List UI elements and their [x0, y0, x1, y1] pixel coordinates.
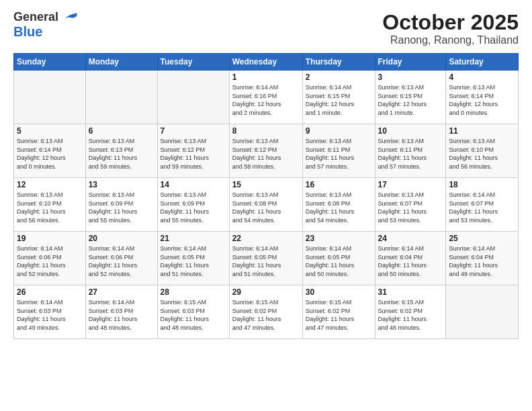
day-info: Sunrise: 6:13 AM Sunset: 6:12 PM Dayligh… [161, 137, 226, 171]
day-number: 23 [306, 234, 372, 243]
day-info: Sunrise: 6:13 AM Sunset: 6:13 PM Dayligh… [89, 137, 154, 171]
calendar-cell: 29Sunrise: 6:15 AM Sunset: 6:02 PM Dayli… [229, 285, 302, 339]
calendar-dow-friday: Friday [375, 54, 446, 71]
calendar-week-2: 5Sunrise: 6:13 AM Sunset: 6:14 PM Daylig… [14, 124, 519, 178]
calendar-cell: 1Sunrise: 6:14 AM Sunset: 6:16 PM Daylig… [229, 71, 302, 124]
calendar-cell: 9Sunrise: 6:13 AM Sunset: 6:11 PM Daylig… [302, 124, 375, 178]
logo-general: General [13, 11, 78, 24]
day-number: 25 [449, 234, 515, 243]
day-info: Sunrise: 6:14 AM Sunset: 6:06 PM Dayligh… [89, 244, 154, 278]
day-info: Sunrise: 6:14 AM Sunset: 6:15 PM Dayligh… [306, 83, 372, 117]
header: General Blue October 2025 Ranong, Ranong… [13, 11, 519, 46]
day-info: Sunrise: 6:15 AM Sunset: 6:02 PM Dayligh… [378, 298, 443, 332]
day-info: Sunrise: 6:15 AM Sunset: 6:02 PM Dayligh… [306, 298, 372, 332]
day-info: Sunrise: 6:14 AM Sunset: 6:07 PM Dayligh… [449, 191, 515, 224]
page: General Blue October 2025 Ranong, Ranong… [0, 0, 532, 411]
day-number: 7 [161, 126, 226, 136]
calendar-dow-monday: Monday [85, 54, 157, 71]
day-number: 10 [378, 126, 443, 136]
logo-bird-icon [63, 12, 78, 23]
day-number: 4 [449, 73, 515, 82]
calendar-week-4: 19Sunrise: 6:14 AM Sunset: 6:06 PM Dayli… [14, 232, 519, 285]
location: Ranong, Ranong, Thailand [382, 34, 519, 46]
month-title: October 2025 [382, 11, 519, 34]
day-info: Sunrise: 6:13 AM Sunset: 6:10 PM Dayligh… [17, 191, 83, 224]
day-number: 28 [161, 287, 226, 297]
calendar-cell: 27Sunrise: 6:14 AM Sunset: 6:03 PM Dayli… [85, 285, 157, 339]
calendar-dow-wednesday: Wednesday [229, 54, 302, 71]
calendar-cell: 25Sunrise: 6:14 AM Sunset: 6:04 PM Dayli… [446, 232, 519, 285]
calendar-cell: 11Sunrise: 6:13 AM Sunset: 6:10 PM Dayli… [446, 124, 519, 178]
calendar-cell: 8Sunrise: 6:13 AM Sunset: 6:12 PM Daylig… [229, 124, 302, 178]
day-number: 21 [161, 234, 226, 243]
calendar-cell: 7Sunrise: 6:13 AM Sunset: 6:12 PM Daylig… [157, 124, 229, 178]
calendar-cell: 5Sunrise: 6:13 AM Sunset: 6:14 PM Daylig… [14, 124, 86, 178]
calendar-cell: 14Sunrise: 6:13 AM Sunset: 6:09 PM Dayli… [157, 178, 229, 232]
calendar-cell: 16Sunrise: 6:13 AM Sunset: 6:08 PM Dayli… [302, 178, 375, 232]
day-number: 2 [306, 73, 372, 82]
day-info: Sunrise: 6:13 AM Sunset: 6:14 PM Dayligh… [17, 137, 83, 171]
day-info: Sunrise: 6:13 AM Sunset: 6:08 PM Dayligh… [306, 191, 372, 224]
title-block: October 2025 Ranong, Ranong, Thailand [382, 11, 519, 46]
day-info: Sunrise: 6:14 AM Sunset: 6:05 PM Dayligh… [161, 244, 226, 278]
day-number: 3 [378, 73, 443, 82]
day-number: 22 [232, 234, 300, 243]
day-number: 20 [89, 234, 154, 243]
calendar-cell: 3Sunrise: 6:13 AM Sunset: 6:15 PM Daylig… [375, 71, 446, 124]
logo-blue: Blue [13, 24, 78, 39]
day-number: 16 [306, 180, 372, 189]
calendar-cell: 23Sunrise: 6:14 AM Sunset: 6:05 PM Dayli… [302, 232, 375, 285]
calendar-week-3: 12Sunrise: 6:13 AM Sunset: 6:10 PM Dayli… [14, 178, 519, 232]
day-number: 5 [17, 126, 83, 136]
day-info: Sunrise: 6:14 AM Sunset: 6:05 PM Dayligh… [306, 244, 372, 278]
day-number: 29 [232, 287, 300, 297]
calendar-cell: 20Sunrise: 6:14 AM Sunset: 6:06 PM Dayli… [85, 232, 157, 285]
day-info: Sunrise: 6:13 AM Sunset: 6:07 PM Dayligh… [378, 191, 443, 224]
day-info: Sunrise: 6:15 AM Sunset: 6:03 PM Dayligh… [161, 298, 226, 332]
day-number: 1 [232, 73, 300, 82]
day-number: 14 [161, 180, 226, 189]
calendar-week-1: 1Sunrise: 6:14 AM Sunset: 6:16 PM Daylig… [14, 71, 519, 124]
day-number: 11 [449, 126, 515, 136]
day-number: 13 [89, 180, 154, 189]
day-number: 18 [449, 180, 515, 189]
calendar-cell [157, 71, 229, 124]
day-info: Sunrise: 6:14 AM Sunset: 6:03 PM Dayligh… [89, 298, 154, 332]
day-info: Sunrise: 6:13 AM Sunset: 6:15 PM Dayligh… [378, 83, 443, 117]
calendar-cell: 17Sunrise: 6:13 AM Sunset: 6:07 PM Dayli… [375, 178, 446, 232]
day-number: 8 [232, 126, 300, 136]
calendar-cell: 26Sunrise: 6:14 AM Sunset: 6:03 PM Dayli… [14, 285, 86, 339]
calendar-cell: 21Sunrise: 6:14 AM Sunset: 6:05 PM Dayli… [157, 232, 229, 285]
day-number: 19 [17, 234, 83, 243]
day-number: 31 [378, 287, 443, 297]
day-info: Sunrise: 6:14 AM Sunset: 6:05 PM Dayligh… [232, 244, 300, 278]
calendar-cell: 12Sunrise: 6:13 AM Sunset: 6:10 PM Dayli… [14, 178, 86, 232]
day-info: Sunrise: 6:13 AM Sunset: 6:09 PM Dayligh… [89, 191, 154, 224]
day-info: Sunrise: 6:13 AM Sunset: 6:08 PM Dayligh… [232, 191, 300, 224]
calendar-cell: 10Sunrise: 6:13 AM Sunset: 6:11 PM Dayli… [375, 124, 446, 178]
day-number: 26 [17, 287, 83, 297]
day-number: 27 [89, 287, 154, 297]
calendar-header-row: SundayMondayTuesdayWednesdayThursdayFrid… [14, 54, 519, 71]
day-info: Sunrise: 6:13 AM Sunset: 6:12 PM Dayligh… [232, 137, 300, 171]
calendar-cell: 4Sunrise: 6:13 AM Sunset: 6:14 PM Daylig… [446, 71, 519, 124]
day-number: 15 [232, 180, 300, 189]
day-info: Sunrise: 6:15 AM Sunset: 6:02 PM Dayligh… [232, 298, 300, 332]
calendar-cell: 6Sunrise: 6:13 AM Sunset: 6:13 PM Daylig… [85, 124, 157, 178]
calendar-cell: 19Sunrise: 6:14 AM Sunset: 6:06 PM Dayli… [14, 232, 86, 285]
day-number: 24 [378, 234, 443, 243]
day-info: Sunrise: 6:13 AM Sunset: 6:09 PM Dayligh… [161, 191, 226, 224]
day-info: Sunrise: 6:14 AM Sunset: 6:06 PM Dayligh… [17, 244, 83, 278]
day-info: Sunrise: 6:13 AM Sunset: 6:10 PM Dayligh… [449, 137, 515, 171]
calendar-cell: 18Sunrise: 6:14 AM Sunset: 6:07 PM Dayli… [446, 178, 519, 232]
day-number: 30 [306, 287, 372, 297]
calendar-cell: 15Sunrise: 6:13 AM Sunset: 6:08 PM Dayli… [229, 178, 302, 232]
day-number: 12 [17, 180, 83, 189]
logo: General Blue [13, 11, 78, 39]
calendar-dow-thursday: Thursday [302, 54, 375, 71]
day-info: Sunrise: 6:13 AM Sunset: 6:11 PM Dayligh… [306, 137, 372, 171]
calendar-cell: 22Sunrise: 6:14 AM Sunset: 6:05 PM Dayli… [229, 232, 302, 285]
calendar-week-5: 26Sunrise: 6:14 AM Sunset: 6:03 PM Dayli… [14, 285, 519, 339]
day-info: Sunrise: 6:14 AM Sunset: 6:16 PM Dayligh… [232, 83, 300, 117]
calendar-cell [446, 285, 519, 339]
